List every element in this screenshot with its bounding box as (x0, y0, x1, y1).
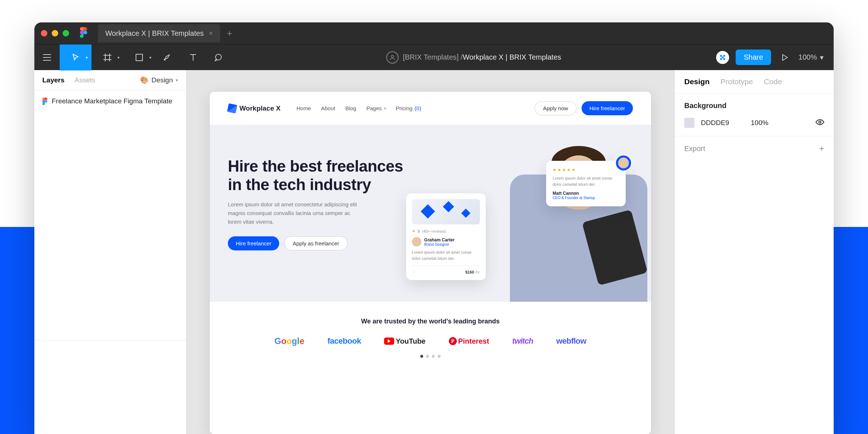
main-menu-button[interactable] (34, 44, 60, 70)
color-swatch[interactable] (684, 118, 694, 128)
rating-value: 5 (418, 229, 420, 233)
brand-logos: Google facebook YouTube P Pinterest twit… (228, 336, 633, 346)
review-text: Lorem ipsum dolor sit amet conse dolor c… (553, 175, 619, 187)
review-card[interactable]: ★★★★★ Lorem ipsum dolor sit amet conse d… (546, 161, 626, 206)
inspector-tabs: Design Prototype Code (675, 70, 834, 94)
zoom-control[interactable]: 100% ▾ (799, 53, 824, 62)
canvas[interactable]: Workplace X Home About Blog Pages ▾ Pri (186, 70, 675, 434)
avatar (412, 237, 421, 246)
user-avatar-icon (386, 51, 399, 64)
nav-blog[interactable]: Blog (345, 105, 356, 111)
document-tab[interactable]: Workplace X | BRIX Templates × (98, 24, 220, 42)
nav-links: Home About Blog Pages ▾ Pricing (0) (297, 105, 421, 111)
layer-name: Freelance Marketplace Figma Template (52, 96, 172, 107)
new-tab-button[interactable]: + (227, 28, 232, 39)
nav-pages-label: Pages (366, 105, 382, 111)
rating-count: (40+ reviews) (422, 229, 446, 233)
visibility-toggle-icon[interactable] (816, 119, 824, 126)
panel-divider (34, 340, 186, 434)
svg-point-17 (45, 100, 47, 103)
brand-pinterest: P Pinterest (449, 337, 489, 345)
export-section[interactable]: Export + (675, 136, 834, 161)
close-tab-button[interactable]: × (209, 29, 213, 38)
chevron-down-icon: ▾ (86, 55, 88, 60)
present-button[interactable] (778, 44, 792, 70)
pinterest-label: Pinterest (458, 337, 489, 345)
freelancer-card[interactable]: ★ 5 (40+ reviews) Graham Carter Brand De… (406, 193, 486, 280)
page-accent-left (0, 227, 34, 434)
carousel-dot[interactable] (432, 355, 435, 358)
background-hex[interactable]: DDDDE9 (701, 119, 744, 127)
carousel-dots (228, 355, 633, 358)
window-minimize-button[interactable] (52, 30, 58, 36)
document-tab-title: Workplace X | BRIX Templates (105, 29, 204, 38)
nav-about[interactable]: About (321, 105, 335, 111)
heart-icon[interactable]: ♡ (412, 270, 416, 274)
frame-tool[interactable]: ▾ (92, 44, 123, 70)
tab-layers[interactable]: Layers (42, 76, 64, 84)
hero-copy: Hire the best freelances in the tech ind… (228, 146, 406, 302)
tab-assets[interactable]: Assets (75, 76, 95, 84)
background-opacity[interactable]: 100% (751, 119, 809, 127)
palette-icon: 🎨 (140, 76, 149, 84)
page-selector-label: Design (152, 76, 173, 84)
carousel-dot[interactable] (438, 355, 441, 358)
tab-design[interactable]: Design (684, 77, 710, 86)
site-nav: Workplace X Home About Blog Pages ▾ Pri (210, 92, 651, 125)
figma-logo-icon[interactable] (80, 27, 87, 39)
background-color-row[interactable]: DDDDE9 100% (675, 115, 834, 136)
toolbar-actions: Share 100% ▾ (716, 44, 834, 70)
page-accent-right (834, 227, 868, 434)
review-stars: ★★★★★ (553, 167, 619, 172)
share-button[interactable]: Share (736, 50, 771, 65)
nav-pricing[interactable]: Pricing (0) (396, 105, 421, 111)
layer-row[interactable]: Freelance Marketplace Figma Template (34, 90, 186, 114)
team-name: [BRIX Templates] / (403, 53, 463, 61)
freelancer-identity: Graham Carter Brand Designer (412, 237, 480, 246)
brand-youtube: YouTube (384, 337, 426, 345)
comment-tool[interactable] (206, 44, 231, 70)
star-icon: ★ (412, 229, 416, 233)
nav-pricing-label: Pricing (396, 105, 413, 111)
hero-description: Lorem ipsum dolor sit amet consectetur a… (228, 200, 365, 226)
window-close-button[interactable] (41, 30, 47, 36)
window-controls (41, 30, 69, 36)
design-frame[interactable]: Workplace X Home About Blog Pages ▾ Pri (210, 92, 651, 434)
tab-code[interactable]: Code (764, 77, 782, 86)
chevron-down-icon: ▾ (118, 55, 120, 60)
reviewer-avatar (615, 154, 632, 172)
hero-section: Hire the best freelances in the tech ind… (210, 125, 651, 302)
left-panel-tabs: Layers Assets 🎨 Design ▾ (34, 70, 186, 90)
tab-prototype[interactable]: Prototype (720, 77, 753, 86)
move-tool[interactable]: ▾ (60, 44, 92, 70)
freelancer-desc: Lorem ipsum dolor sit amet conse dolor c… (412, 249, 480, 261)
svg-point-14 (720, 58, 722, 60)
document-path[interactable]: [BRIX Templates] /Workplace X | BRIX Tem… (231, 51, 716, 64)
nav-home[interactable]: Home (297, 105, 311, 111)
svg-point-13 (723, 55, 726, 57)
pinterest-icon: P (449, 337, 457, 345)
svg-point-16 (722, 56, 724, 59)
page-selector[interactable]: 🎨 Design ▾ (140, 76, 178, 84)
nav-pages[interactable]: Pages ▾ (366, 105, 386, 111)
logo-mark-icon (227, 103, 237, 113)
hero-apply-button[interactable]: Apply as freelancer (284, 236, 347, 250)
apply-now-button[interactable]: Apply now (535, 101, 576, 115)
shape-tool[interactable]: ▾ (123, 44, 155, 70)
youtube-label: YouTube (396, 337, 426, 345)
text-tool[interactable] (180, 44, 206, 70)
window-maximize-button[interactable] (63, 30, 69, 36)
freelancer-role: Brand Designer (424, 242, 455, 246)
brand-webflow: webflow (556, 336, 586, 346)
community-badge-icon[interactable] (716, 51, 729, 64)
carousel-dot[interactable] (420, 355, 423, 358)
hero-hire-button[interactable]: Hire freelancer (228, 236, 279, 250)
freelancer-card-footer: ♡ $160 /hr (412, 266, 480, 274)
hire-freelancer-nav-button[interactable]: Hire freelancer (582, 101, 633, 115)
youtube-icon (384, 338, 394, 345)
hero-visual: ★ 5 (40+ reviews) Graham Carter Brand De… (406, 146, 633, 302)
site-logo[interactable]: Workplace X (228, 104, 281, 113)
add-export-button[interactable]: + (819, 143, 824, 154)
pen-tool[interactable] (155, 44, 180, 70)
carousel-dot[interactable] (426, 355, 429, 358)
